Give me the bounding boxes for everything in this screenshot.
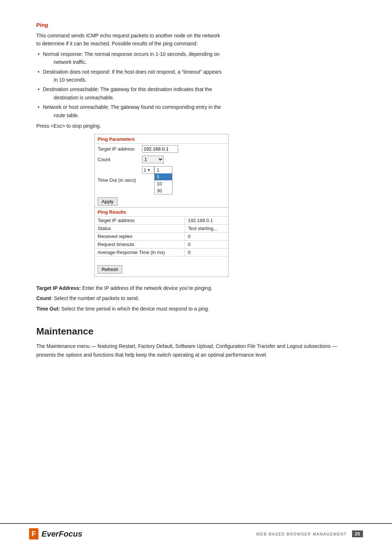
desc-target-ip: Target IP Address: Enter the IP address … bbox=[36, 284, 356, 292]
ping-parameters-box: Ping Parameters Target IP address Count … bbox=[94, 134, 229, 277]
everfocus-logo-icon: F bbox=[29, 528, 38, 539]
result-label: Status bbox=[95, 224, 185, 232]
result-value: 0 bbox=[185, 240, 228, 248]
apply-cell: Apply bbox=[95, 196, 139, 207]
ping-results-section: Ping Results Target IP address 192.168.0… bbox=[95, 207, 228, 276]
footer-logo: F EverFocus bbox=[29, 528, 82, 539]
result-row-received: Received replies 0 bbox=[95, 232, 228, 240]
count-row: Count 1 5 10 30 bbox=[95, 154, 228, 165]
result-row-timeouts: Request timeouts 0 bbox=[95, 240, 228, 248]
result-row-status: Status Test starting... bbox=[95, 224, 228, 232]
chevron-down-icon: ▼ bbox=[147, 168, 151, 172]
apply-button[interactable]: Apply bbox=[98, 197, 118, 206]
timeout-dropdown-wrapper: 1 5 10 30 1 ▼ 1 5 10 bbox=[142, 166, 172, 194]
desc-timeout: Time Out: Select the time period in whic… bbox=[36, 305, 356, 313]
ping-heading: Ping bbox=[36, 22, 356, 28]
result-value: 0 bbox=[185, 248, 228, 256]
target-ip-input[interactable] bbox=[142, 145, 178, 153]
timeout-row: Time Out (in secs) 1 5 10 30 1 ▼ bbox=[95, 165, 228, 196]
timeout-dropdown-list: 1 5 10 30 bbox=[154, 166, 172, 194]
maintenance-heading: Maintenance bbox=[36, 326, 356, 337]
bullet-item: Destination does not respond: If the hos… bbox=[36, 68, 356, 84]
dropdown-option-10[interactable]: 10 bbox=[155, 180, 172, 187]
count-label: Count bbox=[95, 154, 139, 165]
footer-right: WEB-BASED BROWSER MANAGEMENT 25 bbox=[256, 530, 363, 537]
ping-params-table: Target IP address Count 1 5 10 30 Time O… bbox=[95, 144, 228, 207]
ping-bullets: Normal response: The normal response occ… bbox=[36, 50, 356, 119]
refresh-row: Refresh bbox=[95, 262, 228, 276]
press-esc-text: Press <Esc> to stop pinging. bbox=[36, 123, 356, 129]
result-value: 192.168.0.1 bbox=[185, 217, 228, 225]
timeout-label: Time Out (in secs) bbox=[95, 165, 139, 196]
count-value-cell: 1 5 10 30 bbox=[139, 154, 228, 165]
target-ip-label: Target IP address bbox=[95, 144, 139, 154]
timeout-dropdown-trigger[interactable]: 1 ▼ bbox=[142, 166, 154, 174]
apply-row: Apply bbox=[95, 196, 228, 207]
maintenance-text: The Maintenance menu — featuring Restart… bbox=[36, 342, 356, 360]
everfocus-logo-text: EverFocus bbox=[41, 529, 82, 539]
footer-page-number: 25 bbox=[352, 530, 363, 537]
ping-intro: This command sends ICMP echo request pac… bbox=[36, 32, 356, 48]
ping-results-title: Ping Results bbox=[95, 208, 228, 217]
target-ip-value-cell bbox=[139, 144, 228, 154]
dropdown-option-5[interactable]: 5 bbox=[155, 173, 172, 180]
result-row-target-ip: Target IP address 192.168.0.1 bbox=[95, 217, 228, 225]
result-row-avg-response: Average Response Time (in ms) 0 bbox=[95, 248, 228, 256]
refresh-button[interactable]: Refresh bbox=[98, 265, 122, 274]
ping-results-table: Target IP address 192.168.0.1 Status Tes… bbox=[95, 217, 228, 257]
bullet-item: Destination unreachable: The gateway for… bbox=[36, 85, 356, 102]
result-label: Request timeouts bbox=[95, 240, 185, 248]
result-value: Test starting... bbox=[185, 224, 228, 232]
dropdown-option-30[interactable]: 30 bbox=[155, 187, 172, 194]
desc-count: Count: Select the number of packets to s… bbox=[36, 294, 356, 302]
timeout-value-cell: 1 5 10 30 1 ▼ 1 5 10 bbox=[139, 165, 228, 196]
result-value: 0 bbox=[185, 232, 228, 240]
result-label: Average Response Time (in ms) bbox=[95, 248, 185, 256]
target-ip-row: Target IP address bbox=[95, 144, 228, 154]
result-label: Target IP address bbox=[95, 217, 185, 225]
footer-label: WEB-BASED BROWSER MANAGEMENT bbox=[256, 532, 347, 536]
footer: F EverFocus WEB-BASED BROWSER MANAGEMENT… bbox=[0, 523, 392, 539]
ping-params-title: Ping Parameters bbox=[95, 134, 228, 144]
bullet-item: Network or host unreachable: The gateway… bbox=[36, 103, 356, 119]
result-label: Received replies bbox=[95, 232, 185, 240]
dropdown-option-1[interactable]: 1 bbox=[155, 167, 172, 173]
count-select[interactable]: 1 5 10 30 bbox=[142, 156, 164, 163]
bullet-item: Normal response: The normal response occ… bbox=[36, 50, 356, 66]
